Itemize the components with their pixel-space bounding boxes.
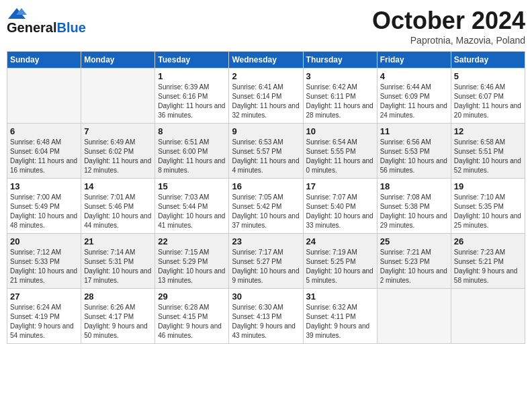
day-info: Sunrise: 6:54 AMSunset: 5:55 PMDaylight:… (306, 138, 374, 175)
logo-general: General (7, 20, 56, 36)
calendar-cell: 27Sunrise: 6:24 AMSunset: 4:19 PMDayligh… (7, 289, 81, 344)
day-number: 14 (84, 181, 152, 191)
weekday-header-tuesday: Tuesday (155, 52, 229, 68)
day-info: Sunrise: 6:32 AMSunset: 4:11 PMDaylight:… (306, 303, 374, 340)
calendar-cell: 6Sunrise: 6:48 AMSunset: 6:04 PMDaylight… (7, 124, 81, 179)
day-number: 9 (232, 126, 300, 136)
calendar-cell: 7Sunrise: 6:49 AMSunset: 6:02 PMDaylight… (81, 124, 155, 179)
day-info: Sunrise: 6:30 AMSunset: 4:13 PMDaylight:… (232, 303, 300, 340)
day-number: 17 (306, 181, 374, 191)
calendar-cell: 22Sunrise: 7:15 AMSunset: 5:29 PMDayligh… (155, 234, 229, 289)
calendar-cell (81, 68, 155, 124)
day-info: Sunrise: 6:28 AMSunset: 4:15 PMDaylight:… (158, 303, 226, 340)
day-info: Sunrise: 7:08 AMSunset: 5:38 PMDaylight:… (380, 193, 448, 230)
calendar-cell: 12Sunrise: 6:58 AMSunset: 5:51 PMDayligh… (451, 124, 525, 179)
day-number: 30 (232, 291, 300, 302)
calendar-week-row: 1Sunrise: 6:39 AMSunset: 6:16 PMDaylight… (7, 68, 525, 124)
day-number: 8 (158, 126, 226, 136)
month-title: October 2024 (372, 7, 525, 35)
day-info: Sunrise: 6:41 AMSunset: 6:14 PMDaylight:… (232, 83, 300, 120)
weekday-header-sunday: Sunday (7, 52, 81, 68)
day-number: 28 (84, 291, 152, 302)
day-info: Sunrise: 7:15 AMSunset: 5:29 PMDaylight:… (158, 248, 226, 285)
day-number: 1 (158, 71, 226, 81)
calendar-cell: 20Sunrise: 7:12 AMSunset: 5:33 PMDayligh… (7, 234, 81, 289)
day-number: 22 (158, 236, 226, 246)
day-number: 31 (306, 291, 374, 302)
logo-icon (7, 7, 27, 20)
weekday-header-thursday: Thursday (303, 52, 377, 68)
day-number: 18 (380, 181, 448, 191)
day-info: Sunrise: 7:07 AMSunset: 5:40 PMDaylight:… (306, 193, 374, 230)
day-info: Sunrise: 7:23 AMSunset: 5:21 PMDaylight:… (454, 248, 522, 285)
day-number: 24 (306, 236, 374, 246)
day-number: 4 (380, 71, 448, 81)
day-info: Sunrise: 7:10 AMSunset: 5:35 PMDaylight:… (454, 193, 522, 230)
day-number: 5 (454, 71, 522, 81)
weekday-header-wednesday: Wednesday (229, 52, 303, 68)
day-number: 20 (10, 236, 78, 246)
day-number: 7 (84, 126, 152, 136)
day-info: Sunrise: 6:24 AMSunset: 4:19 PMDaylight:… (10, 303, 78, 340)
day-info: Sunrise: 7:00 AMSunset: 5:49 PMDaylight:… (10, 193, 78, 230)
day-info: Sunrise: 6:49 AMSunset: 6:02 PMDaylight:… (84, 138, 152, 175)
day-number: 23 (232, 236, 300, 246)
calendar-cell (451, 289, 525, 344)
day-info: Sunrise: 6:58 AMSunset: 5:51 PMDaylight:… (454, 138, 522, 175)
day-info: Sunrise: 7:19 AMSunset: 5:25 PMDaylight:… (306, 248, 374, 285)
calendar-cell (7, 68, 81, 124)
calendar-cell: 30Sunrise: 6:30 AMSunset: 4:13 PMDayligh… (229, 289, 303, 344)
day-number: 21 (84, 236, 152, 246)
day-info: Sunrise: 6:46 AMSunset: 6:07 PMDaylight:… (454, 83, 522, 120)
calendar-cell: 21Sunrise: 7:14 AMSunset: 5:31 PMDayligh… (81, 234, 155, 289)
day-info: Sunrise: 7:14 AMSunset: 5:31 PMDaylight:… (84, 248, 152, 285)
day-number: 3 (306, 71, 374, 81)
day-number: 15 (158, 181, 226, 191)
calendar-cell: 25Sunrise: 7:21 AMSunset: 5:23 PMDayligh… (377, 234, 451, 289)
calendar-week-row: 27Sunrise: 6:24 AMSunset: 4:19 PMDayligh… (7, 289, 525, 344)
weekday-header-saturday: Saturday (451, 52, 525, 68)
day-number: 25 (380, 236, 448, 246)
title-area: October 2024 Paprotnia, Mazovia, Poland (372, 7, 525, 46)
calendar-cell: 8Sunrise: 6:51 AMSunset: 6:00 PMDaylight… (155, 124, 229, 179)
calendar-cell: 9Sunrise: 6:53 AMSunset: 5:57 PMDaylight… (229, 124, 303, 179)
weekday-header-monday: Monday (81, 52, 155, 68)
day-info: Sunrise: 7:01 AMSunset: 5:46 PMDaylight:… (84, 193, 152, 230)
day-number: 16 (232, 181, 300, 191)
day-number: 26 (454, 236, 522, 246)
day-number: 10 (306, 126, 374, 136)
calendar-cell: 29Sunrise: 6:28 AMSunset: 4:15 PMDayligh… (155, 289, 229, 344)
calendar-cell: 26Sunrise: 7:23 AMSunset: 5:21 PMDayligh… (451, 234, 525, 289)
calendar-cell: 4Sunrise: 6:44 AMSunset: 6:09 PMDaylight… (377, 68, 451, 124)
calendar-week-row: 20Sunrise: 7:12 AMSunset: 5:33 PMDayligh… (7, 234, 525, 289)
calendar-cell: 28Sunrise: 6:26 AMSunset: 4:17 PMDayligh… (81, 289, 155, 344)
calendar-cell (377, 289, 451, 344)
calendar-cell: 23Sunrise: 7:17 AMSunset: 5:27 PMDayligh… (229, 234, 303, 289)
day-info: Sunrise: 6:44 AMSunset: 6:09 PMDaylight:… (380, 83, 448, 120)
day-info: Sunrise: 6:48 AMSunset: 6:04 PMDaylight:… (10, 138, 78, 175)
day-info: Sunrise: 6:42 AMSunset: 6:11 PMDaylight:… (306, 83, 374, 120)
day-info: Sunrise: 6:56 AMSunset: 5:53 PMDaylight:… (380, 138, 448, 175)
day-info: Sunrise: 6:53 AMSunset: 5:57 PMDaylight:… (232, 138, 300, 175)
day-number: 27 (10, 291, 78, 302)
calendar-cell: 13Sunrise: 7:00 AMSunset: 5:49 PMDayligh… (7, 179, 81, 234)
header: General Blue October 2024 Paprotnia, Maz… (7, 7, 525, 46)
logo: General Blue (7, 7, 86, 36)
calendar-cell: 3Sunrise: 6:42 AMSunset: 6:11 PMDaylight… (303, 68, 377, 124)
day-number: 12 (454, 126, 522, 136)
calendar-cell: 24Sunrise: 7:19 AMSunset: 5:25 PMDayligh… (303, 234, 377, 289)
day-number: 29 (158, 291, 226, 302)
weekday-header-friday: Friday (377, 52, 451, 68)
calendar-cell: 19Sunrise: 7:10 AMSunset: 5:35 PMDayligh… (451, 179, 525, 234)
calendar: SundayMondayTuesdayWednesdayThursdayFrid… (7, 51, 525, 344)
day-number: 11 (380, 126, 448, 136)
calendar-cell: 5Sunrise: 6:46 AMSunset: 6:07 PMDaylight… (451, 68, 525, 124)
day-info: Sunrise: 6:26 AMSunset: 4:17 PMDaylight:… (84, 303, 152, 340)
calendar-cell: 11Sunrise: 6:56 AMSunset: 5:53 PMDayligh… (377, 124, 451, 179)
day-info: Sunrise: 6:39 AMSunset: 6:16 PMDaylight:… (158, 83, 226, 120)
calendar-cell: 16Sunrise: 7:05 AMSunset: 5:42 PMDayligh… (229, 179, 303, 234)
calendar-cell: 15Sunrise: 7:03 AMSunset: 5:44 PMDayligh… (155, 179, 229, 234)
day-number: 13 (10, 181, 78, 191)
day-info: Sunrise: 7:17 AMSunset: 5:27 PMDaylight:… (232, 248, 300, 285)
day-number: 19 (454, 181, 522, 191)
